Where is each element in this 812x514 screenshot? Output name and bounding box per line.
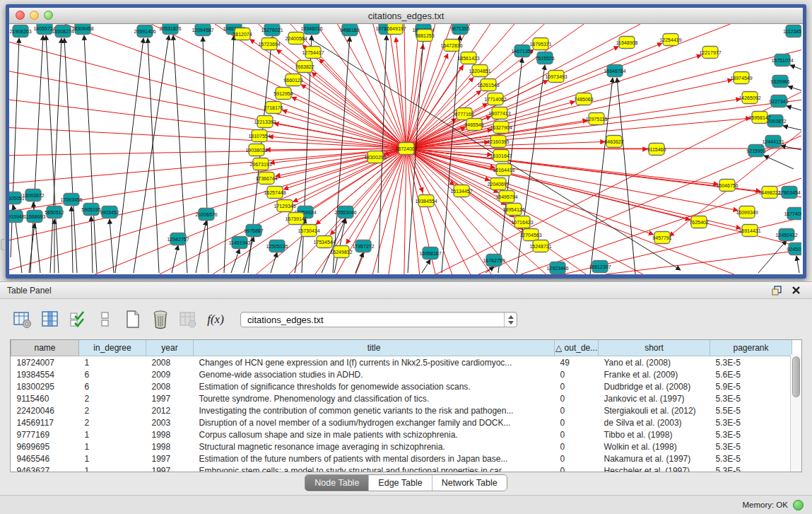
network-node[interactable]: 14265092	[739, 92, 760, 104]
network-node[interactable]: 9215955	[746, 145, 765, 157]
network-node[interactable]: 16774098	[784, 208, 801, 220]
network-edge[interactable]	[134, 35, 169, 273]
table-cell[interactable]: 1997	[146, 465, 194, 472]
table-cell[interactable]: Dudbridge et al. (2008)	[599, 380, 710, 392]
network-node[interactable]: 18164416	[493, 164, 514, 176]
delete-table-icon-disabled[interactable]	[178, 310, 198, 329]
network-node[interactable]: 13093872	[22, 189, 44, 201]
network-node[interactable]: 9115460	[647, 144, 666, 156]
network-node[interactable]: 16257448	[264, 187, 286, 199]
float-panel-icon[interactable]	[772, 286, 782, 296]
column-header-year[interactable]: year	[146, 340, 194, 356]
table-cell[interactable]: Estimation of the future numbers of pati…	[194, 452, 555, 465]
function-builder-icon[interactable]: f(x)	[206, 310, 225, 329]
table-cell[interactable]: Nakamura et al. (1997)	[599, 452, 710, 465]
table-cell[interactable]: 0	[555, 416, 599, 428]
table-row[interactable]: 946554611997Estimation of the future num…	[11, 452, 792, 465]
column-header-short[interactable]: short	[599, 340, 710, 356]
new-column-icon[interactable]	[123, 310, 143, 329]
network-edge[interactable]	[29, 223, 35, 273]
network-node[interactable]: 16648784	[604, 65, 625, 77]
network-node[interactable]: 15730414	[298, 225, 319, 237]
network-node[interactable]: 18612307	[589, 261, 611, 273]
network-node[interactable]: 18561423	[457, 52, 479, 64]
network-edge[interactable]	[355, 148, 406, 274]
network-edge[interactable]	[9, 148, 406, 156]
network-node[interactable]: 12923446	[546, 262, 568, 274]
table-row[interactable]: 1456911722003Disruption of a novel membe…	[11, 416, 792, 428]
table-cell[interactable]: 0	[555, 428, 599, 440]
network-edge[interactable]	[787, 106, 801, 110]
table-cell[interactable]: Corpus callosum shape and size in male p…	[194, 428, 555, 440]
memory-status-indicator[interactable]	[793, 500, 804, 510]
network-node[interactable]: 11451943	[229, 237, 251, 249]
network-node[interactable]: 11123456	[783, 25, 801, 37]
network-node[interactable]: 12254419	[659, 34, 681, 46]
network-node[interactable]: 19384554	[415, 195, 437, 207]
network-node[interactable]: 12754417	[302, 47, 324, 59]
network-node[interactable]: 16508274	[52, 25, 73, 37]
network-node[interactable]: 11568693	[24, 211, 46, 223]
table-cell[interactable]: 5.3E-5	[710, 440, 792, 452]
network-node[interactable]: 16249812	[330, 246, 352, 258]
network-edge[interactable]	[9, 42, 406, 148]
network-node[interactable]: 17129345	[273, 200, 295, 212]
network-edge[interactable]	[9, 148, 406, 183]
column-header-out_de[interactable]: △ out_de...	[555, 340, 599, 356]
close-window-button[interactable]	[16, 11, 25, 20]
table-cell[interactable]: 2012	[146, 404, 194, 416]
table-scrollbar[interactable]	[790, 354, 801, 472]
network-node[interactable]: 12444131	[762, 136, 784, 148]
table-cell[interactable]: 0	[555, 368, 599, 380]
network-window-titlebar[interactable]: citations_edges.txt	[9, 8, 803, 24]
network-edge[interactable]	[758, 240, 787, 273]
network-edge[interactable]	[389, 24, 406, 148]
table-cell[interactable]: 49	[555, 356, 599, 369]
table-cell[interactable]: Embryonic stem cells: a model to study s…	[194, 465, 555, 472]
network-edge[interactable]	[64, 24, 406, 148]
network-node[interactable]: 15276021	[261, 24, 283, 36]
network-node[interactable]: 12450412	[775, 229, 797, 241]
table-cell[interactable]: 2003	[146, 416, 194, 428]
network-edge[interactable]	[790, 65, 801, 69]
network-node[interactable]: 17714062	[484, 93, 506, 105]
zoom-window-button[interactable]	[44, 11, 53, 20]
table-cell[interactable]: 1	[79, 428, 146, 440]
network-node[interactable]: 12942757	[167, 233, 189, 245]
network-edge[interactable]	[316, 148, 406, 225]
table-cell[interactable]: 19384554	[11, 368, 79, 380]
network-edge[interactable]	[46, 35, 59, 273]
table-cell[interactable]: 2008	[146, 356, 194, 369]
table-cell[interactable]: 18724007	[11, 356, 79, 369]
select-all-rows-icon[interactable]	[68, 310, 88, 329]
unselect-rows-icon[interactable]	[95, 310, 115, 329]
table-row[interactable]: 1938455462009Genome-wide association stu…	[11, 368, 792, 380]
network-node[interactable]: 7485063	[574, 93, 593, 105]
delete-column-icon[interactable]	[151, 310, 170, 329]
network-node[interactable]: 14498222	[758, 187, 780, 199]
table-cell[interactable]: 5.3E-5	[710, 416, 792, 428]
table-row[interactable]: 911546021997Tourette syndrome. Phenomeno…	[11, 392, 792, 404]
table-scrollbar-thumb[interactable]	[792, 356, 800, 397]
table-mode-icon[interactable]	[13, 310, 33, 329]
network-node[interactable]: 21908203	[9, 25, 31, 37]
network-edge[interactable]	[389, 148, 406, 274]
network-node[interactable]: 17603454	[778, 187, 800, 199]
network-node[interactable]: 10973493	[545, 71, 567, 83]
table-cell[interactable]: 2	[79, 392, 146, 404]
network-node[interactable]: 7625402	[689, 216, 708, 228]
table-cell[interactable]: Hescheler et al. (1997)	[599, 465, 710, 472]
table-cell[interactable]: 1	[79, 356, 146, 369]
network-edge[interactable]	[355, 252, 363, 273]
network-node[interactable]: 18954126	[502, 204, 524, 216]
table-cell[interactable]: 2009	[146, 368, 194, 380]
network-node[interactable]: 16958167	[419, 247, 441, 259]
network-edge[interactable]	[404, 148, 406, 274]
network-node[interactable]: 9329966	[770, 76, 789, 88]
network-node[interactable]: 19038022	[245, 144, 267, 156]
network-node[interactable]: 9227343	[769, 95, 788, 107]
network-edge[interactable]	[315, 148, 406, 274]
table-cell[interactable]: 5.3E-5	[710, 428, 792, 440]
network-edge[interactable]	[231, 249, 240, 273]
table-cell[interactable]: 5.3E-5	[710, 392, 792, 404]
